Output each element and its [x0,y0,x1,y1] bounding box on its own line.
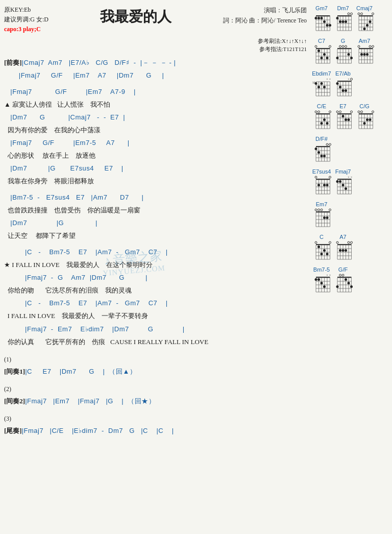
svg-point-85 [342,45,344,47]
performer: 演唱：飞儿乐团 [223,5,307,15]
line-block: [尾奏]|Fmaj7 |C/E |E♭dim7 - Dm7 G |C |C | [4,425,307,437]
chord-diagram: E7/Ab× [333,70,353,98]
svg-point-35 [345,20,347,23]
svg-point-86 [345,45,347,47]
svg-point-231 [326,184,329,186]
capo-line: capo:3 play;C [4,25,48,34]
line-block: |Fmaj7 G/F |Em7 A7 |Dm7 G | [4,69,307,82]
line-block [4,408,307,411]
svg-text:×: × [348,78,349,81]
svg-point-284 [323,249,326,252]
svg-point-232 [317,184,320,186]
strum-info: 参考刷法:X↑↓↑X↑↓↑ 参考指法:T121T121 [4,37,307,54]
svg-point-89 [350,57,353,59]
svg-point-52 [366,24,369,27]
svg-point-339 [350,285,353,288]
svg-point-283 [317,246,320,248]
svg-point-178 [345,118,347,121]
chord-diagram: Fmaj7×× [333,168,353,196]
chord-group: C/EE7C/G [312,103,388,133]
svg-point-301 [351,241,353,244]
svg-point-141 [339,86,341,88]
chord-name: G/F [338,266,348,273]
line-block: |Bm7-5 - E7sus4 E7 |Am7 D7 | [4,191,307,204]
svg-point-335 [339,274,341,276]
chord-name: C/E [317,103,326,109]
svg-point-268 [326,216,329,219]
svg-point-124 [317,86,320,88]
line-block: (2) [4,383,307,395]
chord-diagram: Gm7 [312,5,331,33]
svg-point-160 [321,122,323,125]
svg-point-106 [363,53,366,56]
line-block: 你的认真 它抚平所有的 伤痕 CAUSE I REALLY FALL IN LO… [4,336,307,348]
line-block: |Fmaj7 G/F |Em7-5 A7 | [4,137,307,149]
svg-point-14 [321,17,323,19]
svg-point-215 [323,155,326,157]
chord-text: |Fmaj7 |C/E |E♭dim7 - Dm7 G |C |C | [22,427,174,434]
svg-text:×: × [326,78,328,81]
svg-point-320 [317,278,320,281]
svg-point-104 [372,45,374,47]
svg-point-34 [342,20,345,23]
svg-text:×: × [351,176,352,179]
svg-point-140 [336,82,339,85]
chord-text: |Fmaj7 |Em7 |Fmaj7 |G | （回★） [25,397,155,405]
key-info: 原KEY:Eb 建议男调:G 女:D capo:3 play;C [4,5,48,35]
line-block: [前奏]|Cmaj7 Am7 |E7/A♭ C/G D/F♯ - |－ － － … [4,57,307,69]
section-label: [间奏1] [4,368,25,375]
chord-diagram: C [312,234,331,261]
svg-point-194 [372,111,374,113]
chord-name: Ebdim7 [312,70,331,77]
svg-point-179 [348,118,350,121]
chord-name: E7/Ab [335,70,351,77]
line-block [4,188,307,191]
svg-point-138 [351,78,353,80]
line-block [4,349,307,352]
svg-point-321 [321,282,323,284]
line-block: [间奏2]|Fmaj7 |Em7 |Fmaj7 |G | （回★） [4,395,307,407]
svg-point-265 [321,209,323,211]
line-block: (1) [4,354,307,365]
line-block: 让天空 都降下了希望 [4,230,307,242]
svg-point-32 [336,17,339,19]
svg-point-211 [329,143,331,145]
svg-point-122 [315,82,317,85]
line-block [4,242,307,246]
chord-diagram: G [333,38,353,65]
svg-point-143 [345,89,347,92]
chord-name: Fmaj7 [335,168,351,175]
svg-point-281 [315,241,317,244]
chord-group: Bm7-5××G/F [312,266,388,296]
svg-point-15 [323,20,326,23]
line-block: |Fmaj7 - Em7 E♭dim7 |Dm7 G | [4,323,307,335]
chord-diagram: C/G [355,103,374,131]
svg-point-142 [342,89,345,92]
line-block: 心的形状 放在手上 放逐他 [4,150,307,162]
line-block: (3) [4,413,307,424]
svg-point-161 [326,122,329,125]
lyricist: 詞：阿沁 曲：阿沁/ Terence Teo [223,15,307,26]
svg-point-50 [372,13,374,15]
section-label: [间奏2] [4,397,25,405]
svg-point-340 [345,278,347,281]
chord-diagram: Dm7 [333,5,353,33]
line-block: |Fmaj7 - G Am7 |Dm7 G | [4,272,307,284]
svg-point-125 [323,86,326,88]
chord-group: Em7 [312,201,388,231]
svg-point-69 [323,53,326,56]
svg-point-338 [336,285,339,288]
svg-point-212 [315,148,317,150]
svg-point-337 [348,282,350,284]
svg-point-31 [351,13,353,15]
svg-point-156 [315,111,317,113]
chord-name: Dm7 [337,5,349,11]
svg-point-210 [326,143,328,145]
svg-point-49 [361,13,363,15]
chord-group: Gm7Dm7Cmaj7 [312,5,388,35]
svg-text:×: × [348,176,349,179]
artist-info: 演唱：飞儿乐团 詞：阿沁 曲：阿沁/ Terence Teo [223,5,307,26]
svg-point-33 [339,20,341,23]
line-block: ★ I FALL IN LOVE 我最爱的人 在这个黎明时分 [4,259,307,271]
chord-group: CA7 [312,234,388,263]
